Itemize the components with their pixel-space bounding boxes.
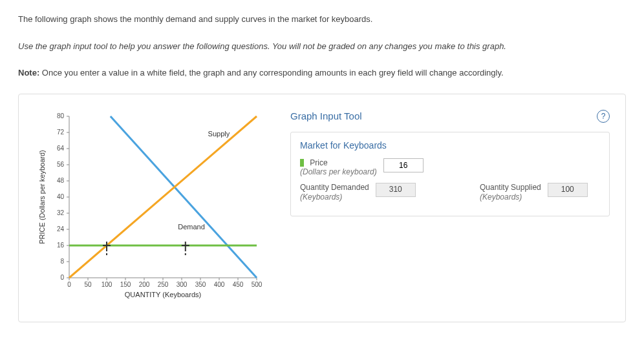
graph-input-tool: Graph Input Tool ? Market for Keyboards … — [290, 110, 610, 217]
content-panel: 0501001502002503003504004505000816243240… — [18, 94, 626, 322]
qs-output: 100 — [548, 183, 588, 197]
svg-text:500: 500 — [252, 281, 263, 288]
svg-text:0: 0 — [60, 274, 64, 281]
svg-text:24: 24 — [57, 225, 65, 233]
qs-label: Quantity Supplied (Keyboards) — [480, 183, 541, 202]
svg-text:56: 56 — [57, 161, 65, 168]
chart-svg[interactable]: 0501001502002503003504004505000816243240… — [34, 110, 267, 310]
svg-line-48 — [111, 116, 257, 278]
svg-text:72: 72 — [57, 129, 65, 136]
price-sublabel: (Dollars per keyboard) — [300, 167, 377, 176]
svg-text:32: 32 — [57, 209, 65, 216]
intro-line-2: Use the graph input tool to help you ans… — [18, 40, 626, 53]
svg-text:350: 350 — [195, 281, 206, 288]
svg-text:200: 200 — [139, 281, 150, 288]
svg-text:PRICE (Dollars per keyboard): PRICE (Dollars per keyboard) — [38, 150, 46, 244]
svg-text:Demand: Demand — [178, 223, 205, 231]
svg-line-49 — [69, 116, 257, 278]
tool-subtitle: Market for Keyboards — [300, 140, 600, 151]
svg-text:80: 80 — [57, 112, 65, 120]
svg-text:8: 8 — [60, 258, 64, 265]
intro-note: Note: Once you enter a value in a white … — [18, 67, 626, 79]
help-icon[interactable]: ? — [597, 110, 610, 123]
svg-text:400: 400 — [214, 281, 225, 288]
tool-title: Graph Input Tool — [290, 110, 362, 121]
svg-text:100: 100 — [102, 281, 113, 288]
svg-text:40: 40 — [57, 193, 65, 200]
svg-text:450: 450 — [233, 281, 244, 288]
svg-text:64: 64 — [57, 145, 65, 152]
svg-text:150: 150 — [120, 281, 131, 288]
svg-text:Supply: Supply — [208, 130, 230, 138]
qs-sublabel: (Keyboards) — [480, 193, 522, 202]
svg-text:QUANTITY (Keyboards): QUANTITY (Keyboards) — [125, 291, 201, 298]
note-text: Once you enter a value in a white field,… — [39, 68, 503, 78]
svg-text:250: 250 — [158, 281, 169, 288]
svg-text:48: 48 — [57, 177, 65, 184]
svg-text:16: 16 — [57, 242, 65, 249]
svg-text:50: 50 — [84, 281, 92, 288]
price-input[interactable] — [383, 158, 424, 172]
chart-container[interactable]: 0501001502002503003504004505000816243240… — [34, 110, 267, 310]
intro-line-1: The following graph shows the monthly de… — [18, 13, 626, 26]
svg-text:300: 300 — [177, 281, 188, 288]
qd-label: Quantity Demanded (Keyboards) — [300, 183, 369, 202]
price-label-text: Price — [310, 158, 327, 167]
qd-sublabel: (Keyboards) — [300, 193, 342, 202]
qd-label-text: Quantity Demanded — [300, 183, 369, 192]
note-label: Note: — [18, 68, 39, 78]
qs-label-text: Quantity Supplied — [480, 183, 541, 192]
svg-text:0: 0 — [67, 281, 71, 288]
price-label: Price (Dollars per keyboard) — [300, 158, 377, 177]
qd-output: 310 — [376, 183, 416, 197]
